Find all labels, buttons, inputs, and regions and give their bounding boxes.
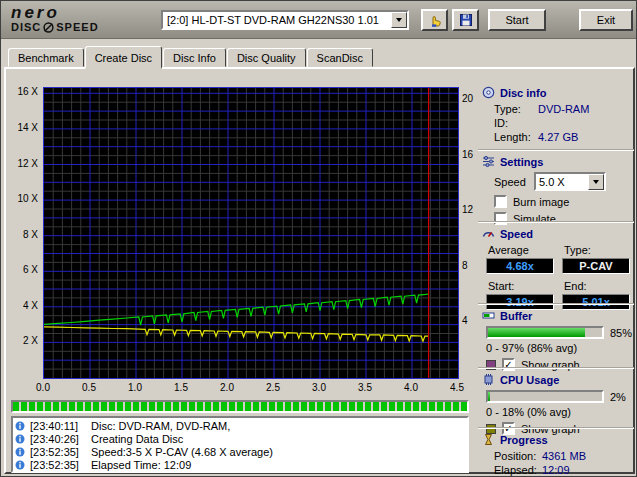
log-time: [23:40:11] — [30, 420, 86, 432]
hand-icon — [427, 12, 443, 28]
buffer-range: 0 - 97% (86% avg) — [486, 342, 632, 354]
progress-section: Progress Position: 4361 MB Elapsed: 12:0… — [478, 427, 634, 477]
cpu-bar — [486, 390, 604, 403]
log-row[interactable]: [23:52:35]Elapsed Time: 12:09 — [15, 458, 465, 471]
log-info-icon — [15, 460, 25, 470]
disc-info-section: Disc info Type: DVD-RAM ID: Length: 4.27… — [478, 85, 634, 145]
axis-tick: 2 X — [23, 335, 38, 346]
settings-title: Settings — [500, 156, 543, 168]
speed-values-grid: Average Type: 4.68x P-CAV Start: End: 3.… — [486, 244, 632, 310]
speed-setting-row: Speed 5.0 X — [494, 172, 632, 191]
axis-tick: 12 X — [17, 158, 38, 169]
write-progress-fill — [13, 402, 467, 411]
position-row: Position: 4361 MB — [494, 450, 632, 462]
buffer-header: Buffer — [482, 309, 632, 322]
cpu-bar-row: 2% — [486, 390, 632, 403]
axis-tick: 3.5 — [350, 382, 380, 393]
cpu-section: CPU Usage 2% 0 - 18% (0% avg) ✓ Show gra… — [478, 367, 634, 435]
axis-tick: 20 — [462, 93, 473, 104]
axis-tick: 10 X — [17, 193, 38, 204]
cpu-bar-fill — [488, 392, 490, 401]
tab-disc-info[interactable]: Disc Info — [163, 48, 226, 67]
logo-text: nero — [11, 5, 99, 21]
log-text: Disc: DVD-RAM, DVD-RAM, — [91, 420, 230, 432]
tab-benchmark[interactable]: Benchmark — [8, 48, 84, 67]
axis-tick: 4 X — [23, 300, 38, 311]
axis-tick: 2.0 — [212, 382, 242, 393]
exit-button[interactable]: Exit — [579, 9, 633, 31]
buffer-percent: 85% — [610, 327, 632, 339]
cpu-percent: 2% — [610, 391, 626, 403]
chevron-down-icon — [396, 18, 402, 22]
speed-setting-label: Speed — [494, 176, 528, 188]
app-window: nero DISC SPEED [2:0] HL-DT-ST DVD-RAM G… — [0, 0, 637, 477]
average-speed-value: 4.68x — [486, 258, 554, 274]
save-button[interactable] — [452, 9, 479, 31]
disc-type-label: Type: — [494, 103, 538, 115]
log-time: [23:52:35] — [30, 446, 86, 458]
settings-header: Settings — [482, 155, 632, 168]
axis-tick: 4.5 — [442, 382, 472, 393]
disc-info-header: Disc info — [482, 86, 632, 99]
log-text: Creating Data Disc — [91, 433, 183, 445]
axis-tick: 6 X — [23, 264, 38, 275]
cpu-title: CPU Usage — [500, 374, 559, 386]
axis-tick: 14 X — [17, 122, 38, 133]
tab-scandisc[interactable]: ScanDisc — [307, 48, 373, 67]
progress-hourglass-icon — [482, 433, 495, 446]
disc-info-title: Disc info — [500, 87, 546, 99]
tab-strip: BenchmarkCreate DiscDisc InfoDisc Qualit… — [8, 45, 374, 67]
axis-tick: 4.0 — [396, 382, 426, 393]
burn-image-label: Burn image — [513, 196, 569, 208]
buffer-icon — [482, 309, 495, 322]
drive-select-arrow[interactable] — [391, 12, 407, 28]
hand-button[interactable] — [421, 9, 448, 31]
write-speed-green-line — [44, 294, 429, 325]
disc-length-value: 4.27 GB — [538, 131, 578, 143]
axis-tick: 12 — [462, 204, 473, 215]
start-button[interactable]: Start — [488, 9, 546, 31]
log-list[interactable]: [23:40:11]Disc: DVD-RAM, DVD-RAM,[23:40:… — [11, 416, 469, 473]
log-time: [23:40:26] — [30, 433, 86, 445]
secondary-yellow-line — [44, 327, 429, 342]
speed-select-arrow[interactable] — [588, 174, 604, 190]
drive-select[interactable]: [2:0] HL-DT-ST DVD-RAM GH22NS30 1.01 — [161, 10, 409, 30]
average-label: Average — [486, 244, 554, 256]
burn-image-option[interactable]: Burn image — [494, 195, 632, 208]
axis-tick: 1.0 — [120, 382, 150, 393]
elapsed-value: 12:09 — [542, 464, 570, 476]
elapsed-row: Elapsed: 12:09 — [494, 464, 632, 476]
axis-tick: 4 — [462, 315, 468, 326]
settings-icon — [482, 155, 495, 168]
disc-info-icon — [482, 86, 495, 99]
write-progress-bar — [11, 400, 469, 413]
disc-length-row: Length: 4.27 GB — [494, 131, 632, 143]
chart-area — [43, 87, 459, 379]
axis-tick: 16 X — [17, 86, 38, 97]
settings-section: Settings Speed 5.0 X Burn image Simulate — [478, 149, 634, 229]
tab-disc-quality[interactable]: Disc Quality — [227, 48, 306, 67]
cpu-icon — [482, 373, 495, 386]
speed-select[interactable]: 5.0 X — [534, 172, 606, 191]
cpu-range: 0 - 18% (0% avg) — [486, 406, 632, 418]
logo-speed-word: SPEED — [56, 21, 98, 34]
log-row[interactable]: [23:40:11]Disc: DVD-RAM, DVD-RAM, — [15, 419, 465, 432]
log-row[interactable]: [23:52:35]Speed:3-5 X P-CAV (4.68 X aver… — [15, 445, 465, 458]
y-axis-left: 16 X14 X12 X10 X8 X6 X4 X2 X — [3, 87, 41, 379]
burn-image-checkbox[interactable] — [494, 195, 507, 208]
disc-type-row: Type: DVD-RAM — [494, 103, 632, 115]
log-row[interactable]: [23:40:26]Creating Data Disc — [15, 432, 465, 445]
log-time: [23:52:35] — [30, 459, 86, 471]
nero-logo: nero DISC SPEED — [11, 5, 99, 34]
chart-plot — [44, 88, 458, 378]
buffer-bar — [486, 326, 604, 339]
disc-type-value: DVD-RAM — [538, 103, 589, 115]
speed-select-value: 5.0 X — [536, 176, 588, 188]
start-label: Start: — [486, 280, 554, 292]
buffer-title: Buffer — [500, 310, 532, 322]
buffer-section: Buffer 85% 0 - 97% (86% avg) ✓ Show grap… — [478, 303, 634, 371]
axis-tick: 2.5 — [258, 382, 288, 393]
progress-header: Progress — [482, 433, 632, 446]
elapsed-label: Elapsed: — [494, 464, 542, 476]
tab-create-disc[interactable]: Create Disc — [85, 46, 162, 69]
